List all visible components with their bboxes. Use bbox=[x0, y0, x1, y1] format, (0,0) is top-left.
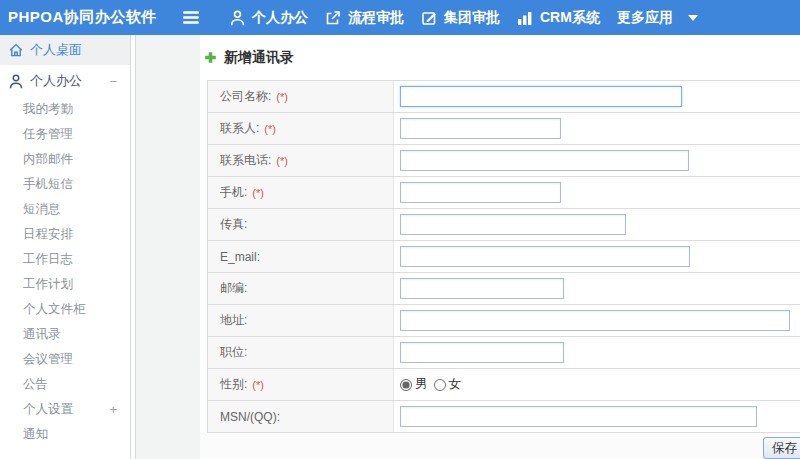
field-label-text: 联系人: bbox=[220, 120, 259, 137]
gender-radio-male[interactable]: 男 bbox=[400, 376, 428, 393]
sidebar-item[interactable]: 短消息 bbox=[0, 197, 130, 222]
sidebar-item[interactable]: 公告 bbox=[0, 372, 130, 397]
sidebar-item[interactable]: 我的考勤 bbox=[0, 97, 130, 122]
form-row-contact-person: 联系人:(*) bbox=[208, 113, 800, 145]
sidebar-item-label: 工作计划 bbox=[23, 276, 73, 293]
field-label-text: MSN/(QQ): bbox=[220, 410, 280, 424]
person-icon bbox=[230, 10, 245, 26]
main-panel: 新增通讯录 公司名称:(*)联系人:(*)联系电话:(*)手机:(*)传真:E_… bbox=[200, 35, 800, 459]
sidebar-item[interactable]: 手机短信 bbox=[0, 172, 130, 197]
sidebar-item[interactable]: 个人设置+ bbox=[0, 397, 130, 422]
fax-input[interactable] bbox=[400, 214, 626, 235]
field-label: E_mail: bbox=[208, 241, 394, 272]
page-header: 新增通讯录 bbox=[200, 35, 800, 80]
field-label: 职位: bbox=[208, 337, 394, 368]
field-label-text: 地址: bbox=[220, 312, 247, 329]
field-label: MSN/(QQ): bbox=[208, 401, 394, 432]
sidebar-item-label: 手机短信 bbox=[23, 176, 73, 193]
gender-radio-input-male[interactable] bbox=[400, 379, 412, 391]
sidebar-item[interactable]: 日程安排 bbox=[0, 222, 130, 247]
sidebar-item-label: 我的考勤 bbox=[23, 101, 73, 118]
nav-item-label: 个人办公 bbox=[252, 9, 308, 27]
field-input-cell bbox=[394, 209, 800, 240]
sidebar-item[interactable]: 会议管理 bbox=[0, 347, 130, 372]
nav-item-label: CRM系统 bbox=[540, 9, 600, 27]
sidebar-item-label: 个人文件柜 bbox=[23, 301, 86, 318]
field-input-cell bbox=[394, 145, 800, 176]
form-row-gender: 性别:(*)男女 bbox=[208, 369, 800, 401]
plus-icon bbox=[204, 51, 217, 64]
sidebar-item[interactable]: 内部邮件 bbox=[0, 147, 130, 172]
form-row-mobile: 手机:(*) bbox=[208, 177, 800, 209]
email-input[interactable] bbox=[400, 246, 690, 267]
nav-item-more-apps[interactable]: 更多应用 bbox=[617, 9, 698, 27]
msn-qq-input[interactable] bbox=[400, 406, 757, 427]
sidebar-item[interactable]: 通讯录 bbox=[0, 322, 130, 347]
form-row-zipcode: 邮编: bbox=[208, 273, 800, 305]
sidebar-item[interactable]: 个人办公− bbox=[0, 65, 130, 97]
nav-item-personal-office[interactable]: 个人办公 bbox=[230, 9, 308, 27]
field-input-cell bbox=[394, 273, 800, 304]
field-label-text: E_mail: bbox=[220, 250, 260, 264]
menu-icon bbox=[183, 11, 199, 24]
field-input-cell: 男女 bbox=[394, 369, 800, 400]
nav-item-workflow-approval[interactable]: 流程审批 bbox=[325, 9, 404, 27]
contact-form: 公司名称:(*)联系人:(*)联系电话:(*)手机:(*)传真:E_mail:邮… bbox=[207, 80, 800, 433]
save-button[interactable]: 保存 bbox=[763, 437, 800, 459]
form-footer: 保存 bbox=[200, 433, 800, 459]
field-label-text: 公司名称: bbox=[220, 88, 271, 105]
field-label-text: 职位: bbox=[220, 344, 247, 361]
nav-item-label: 更多应用 bbox=[617, 9, 673, 27]
field-label: 传真: bbox=[208, 209, 394, 240]
sidebar-item-label: 个人桌面 bbox=[30, 41, 82, 59]
zipcode-input[interactable] bbox=[400, 278, 564, 299]
required-marker: (*) bbox=[276, 91, 288, 103]
sidebar-item-label: 个人设置 bbox=[23, 401, 73, 418]
sidebar-item-label: 任务管理 bbox=[23, 126, 73, 143]
sidebar-item-label: 个人办公 bbox=[30, 72, 82, 90]
content-gutter bbox=[136, 35, 200, 459]
sidebar-item[interactable]: 工作计划 bbox=[0, 272, 130, 297]
field-input-cell bbox=[394, 113, 800, 144]
sidebar-item[interactable]: 工作日志 bbox=[0, 247, 130, 272]
sidebar-item-label: 工作日志 bbox=[23, 251, 73, 268]
sidebar-item[interactable]: 个人文件柜 bbox=[0, 297, 130, 322]
hamburger-menu-button[interactable] bbox=[183, 0, 199, 35]
chart-icon bbox=[517, 11, 533, 25]
field-label-text: 性别: bbox=[220, 376, 247, 393]
gender-radio-female[interactable]: 女 bbox=[434, 376, 462, 393]
contact-person-input[interactable] bbox=[400, 118, 561, 139]
field-label-text: 传真: bbox=[220, 216, 247, 233]
field-label: 公司名称:(*) bbox=[208, 81, 394, 112]
contact-phone-input[interactable] bbox=[400, 150, 689, 171]
form-row-contact-phone: 联系电话:(*) bbox=[208, 145, 800, 177]
collapse-icon[interactable]: − bbox=[109, 74, 130, 89]
gender-radio-input-female[interactable] bbox=[434, 379, 446, 391]
field-label: 邮编: bbox=[208, 273, 394, 304]
sidebar-item[interactable]: 任务管理 bbox=[0, 122, 130, 147]
caret-down-icon bbox=[688, 15, 698, 21]
flow-icon bbox=[325, 10, 341, 26]
field-label: 地址: bbox=[208, 305, 394, 336]
field-label: 联系电话:(*) bbox=[208, 145, 394, 176]
form-row-msn-qq: MSN/(QQ): bbox=[208, 401, 800, 433]
company-name-input[interactable] bbox=[400, 86, 682, 107]
sidebar-item-label: 短消息 bbox=[23, 201, 61, 218]
form-row-company-name: 公司名称:(*) bbox=[208, 81, 800, 113]
sidebar-item-label: 公告 bbox=[23, 376, 48, 393]
required-marker: (*) bbox=[252, 379, 264, 391]
address-input[interactable] bbox=[400, 310, 790, 331]
nav-item-label: 流程审批 bbox=[348, 9, 404, 27]
expand-icon[interactable]: + bbox=[109, 402, 130, 417]
nav-item-group-approval[interactable]: 集团审批 bbox=[421, 9, 500, 27]
form-row-address: 地址: bbox=[208, 305, 800, 337]
sidebar-item[interactable]: 个人桌面 bbox=[0, 35, 130, 65]
sidebar-item-label: 会议管理 bbox=[23, 351, 73, 368]
app-logo[interactable]: PHPOA协同办公软件 bbox=[8, 0, 157, 35]
sidebar-item[interactable]: 通知 bbox=[0, 422, 130, 447]
sidebar-item-label: 通讯录 bbox=[23, 326, 61, 343]
field-input-cell bbox=[394, 241, 800, 272]
nav-item-crm-system[interactable]: CRM系统 bbox=[517, 9, 600, 27]
mobile-input[interactable] bbox=[400, 182, 561, 203]
position-input[interactable] bbox=[400, 342, 564, 363]
